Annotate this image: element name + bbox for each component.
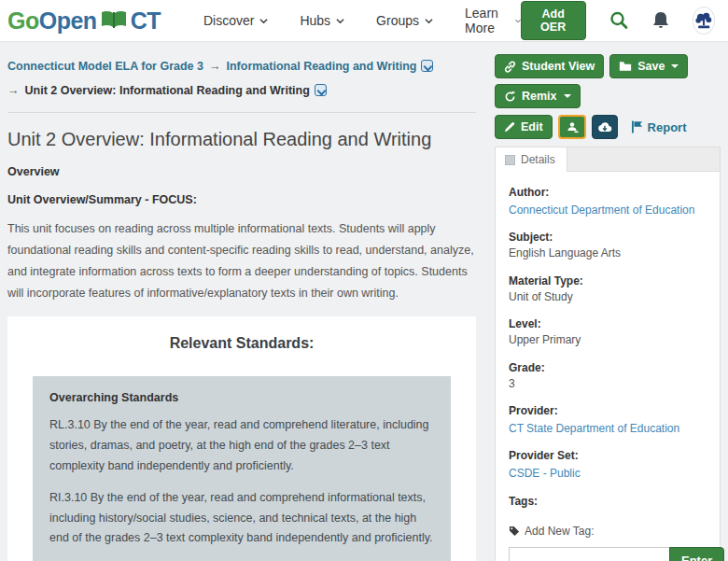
breadcrumb-divider (7, 112, 476, 113)
add-oer-button[interactable]: Add OER (521, 1, 586, 40)
field-label: Provider: (509, 402, 707, 419)
standard-item: RL.3.10 By the end of the year, read and… (49, 415, 434, 477)
add-new-tag-label: Add New Tag: (525, 525, 595, 538)
action-buttons-row-2: Edit Report (495, 115, 721, 139)
overarching-standards-title: Overarching Standards (49, 391, 434, 404)
field-label: Level: (509, 316, 707, 332)
field-value: Unit of Study (509, 289, 707, 305)
field-author: Author: Connecticut Department of Educat… (509, 184, 707, 218)
details-tab-icon (505, 155, 515, 165)
author-link[interactable]: Connecticut Department of Education (509, 203, 694, 217)
field-value: 3 (509, 376, 707, 392)
field-provider-set: Provider Set: CSDE - Public (509, 447, 707, 482)
save-button[interactable]: Save (609, 54, 688, 78)
field-label: Subject: (509, 229, 707, 245)
save-label: Save (637, 60, 665, 73)
chevron-down-icon (425, 17, 433, 25)
logo-open-text: Open (39, 7, 97, 35)
logo-go-text: Go (7, 7, 39, 35)
search-button[interactable] (609, 10, 629, 31)
classroom-person-icon (565, 120, 580, 133)
pencil-icon (504, 121, 515, 133)
nav-item-groups[interactable]: Groups (376, 6, 433, 35)
resource-sidebar: Student View Save Remix Edit (495, 54, 721, 561)
details-tabbar: Details (496, 147, 720, 172)
field-value: Upper Primary (509, 332, 707, 348)
main-nav: Discover Hubs Groups Learn More (203, 6, 521, 35)
provider-set-link[interactable]: CSDE - Public (509, 467, 581, 480)
breadcrumb-link-course[interactable]: Connecticut Model ELA for Grade 3 (7, 60, 203, 73)
field-label: Provider Set: (509, 447, 707, 464)
edit-label: Edit (521, 120, 543, 133)
field-provider: Provider: CT State Department of Educati… (509, 402, 707, 437)
chevron-down-icon (336, 17, 344, 25)
breadcrumb-arrow: → (209, 60, 221, 73)
nav-label: Groups (376, 13, 419, 28)
link-icon (504, 61, 516, 73)
nav-item-discover[interactable]: Discover (203, 6, 268, 35)
field-subject: Subject: English Language Arts (509, 229, 707, 261)
add-tag-input[interactable] (509, 547, 669, 561)
flag-icon (631, 120, 643, 133)
caret-square-down-icon[interactable] (315, 84, 327, 96)
field-level: Level: Upper Primary (509, 316, 707, 348)
breadcrumb-link-unit[interactable]: Informational Reading and Writing (226, 60, 416, 73)
tag-icon (509, 526, 520, 537)
field-label: Tags: (509, 493, 707, 510)
caret-down-icon (564, 94, 571, 98)
student-view-button[interactable]: Student View (495, 54, 604, 78)
standard-item: RI.3.10 By the end of the year, read and… (49, 488, 434, 550)
cloud-download-icon (597, 121, 612, 133)
navbar-right-group: Add OER (521, 1, 715, 40)
nav-item-hubs[interactable]: Hubs (300, 6, 344, 35)
action-buttons-row-1: Student View Save Remix (495, 54, 721, 108)
breadcrumb-arrow: → (7, 84, 20, 97)
notifications-button[interactable] (651, 10, 670, 31)
focus-heading: Unit Overview/Summary - FOCUS: (7, 193, 476, 206)
remix-label: Remix (522, 90, 557, 103)
report-link[interactable]: Report (631, 120, 687, 134)
page-title: Unit 2 Overview: Informational Reading a… (7, 129, 476, 150)
details-tab-label: Details (521, 153, 555, 166)
download-button[interactable] (592, 115, 618, 139)
bell-icon (651, 10, 670, 31)
overview-heading: Overview (7, 165, 476, 178)
content-area: Connecticut Model ELA for Grade 3→Inform… (0, 42, 728, 561)
field-material-type: Material Type: Unit of Study (509, 273, 707, 305)
nav-item-learn-more[interactable]: Learn More (465, 6, 521, 35)
relevant-standards-card: Relevant Standards: Overarching Standard… (7, 316, 476, 561)
undo-arrow-icon (504, 91, 516, 103)
tab-details[interactable]: Details (496, 147, 567, 172)
field-label: Material Type: (509, 273, 707, 289)
unit-summary-text: This unit focuses on reading across mult… (7, 218, 476, 305)
provider-link[interactable]: CT State Department of Education (509, 422, 679, 435)
enter-tag-button[interactable]: Enter (669, 547, 724, 561)
breadcrumb: Connecticut Model ELA for Grade 3→Inform… (7, 54, 476, 104)
add-new-tag-label-row: Add New Tag: (509, 525, 707, 538)
search-icon (609, 10, 629, 31)
breadcrumb-line-2: →Unit 2 Overview: Informational Reading … (7, 78, 476, 103)
field-value: English Language Arts (509, 245, 707, 261)
breadcrumb-current-page: Unit 2 Overview: Informational Reading a… (25, 84, 310, 97)
caret-down-icon (671, 64, 679, 68)
caret-square-down-icon[interactable] (421, 60, 433, 72)
edit-button[interactable]: Edit (495, 115, 553, 139)
breadcrumb-line-1: Connecticut Model ELA for Grade 3→Inform… (7, 54, 476, 78)
logo-ct-text: CT (131, 7, 161, 35)
report-label: Report (648, 120, 687, 134)
details-panel: Details Author: Connecticut Department o… (495, 147, 721, 561)
nav-label: Hubs (300, 13, 330, 28)
top-navbar: GoOpenCT Discover Hubs Groups Learn More… (0, 0, 728, 42)
resource-main-column: Connecticut Model ELA for Grade 3→Inform… (7, 54, 476, 561)
field-label: Author: (509, 184, 707, 201)
nav-label: Discover (203, 13, 254, 28)
remix-button[interactable]: Remix (495, 84, 581, 108)
goopen-ct-logo[interactable]: GoOpenCT (7, 6, 161, 35)
google-classroom-share-button[interactable] (558, 115, 586, 139)
user-avatar-csde-logo[interactable] (693, 7, 715, 35)
relevant-standards-heading: Relevant Standards: (21, 335, 463, 352)
details-body: Author: Connecticut Department of Educat… (496, 172, 720, 561)
open-book-icon (97, 6, 129, 35)
field-label: Grade: (509, 359, 707, 376)
overarching-standards-box: Overarching Standards RL.3.10 By the end… (33, 376, 451, 561)
